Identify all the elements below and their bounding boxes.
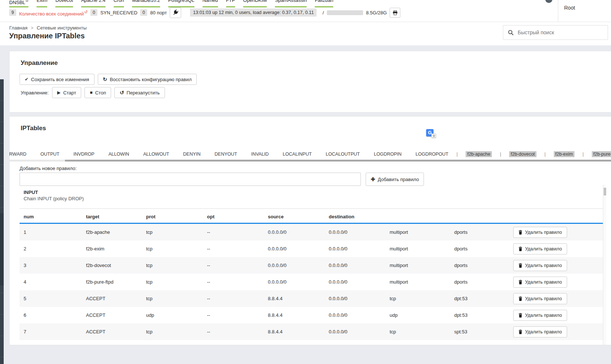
port80-label: 80 порт — [150, 10, 167, 15]
table-cell: -- — [207, 329, 268, 334]
chain-tabs: RWARDOUTPUTINVDROPALLOWINALLOWOUTDENYIND… — [9, 150, 611, 159]
tab-logdropout[interactable]: LOGDROPOUT — [415, 152, 448, 157]
table-cell: 0.0.0.0/0 — [329, 329, 390, 334]
table-cell: udp — [390, 312, 454, 318]
tab-f2b-exim[interactable]: f2b-exim — [554, 151, 574, 157]
breadcrumb-network-tools[interactable]: Сетевые инструменты — [37, 25, 87, 31]
tab-allowin[interactable]: ALLOWIN — [108, 152, 129, 157]
quick-search[interactable] — [503, 25, 608, 40]
delete-rule-button[interactable]: Удалить правило — [513, 260, 567, 271]
table-row: 2f2b-eximtcp--0.0.0.0/00.0.0.0/0multipor… — [20, 240, 603, 257]
tabs-scrollbar-thumb[interactable] — [65, 160, 611, 162]
user-avatar-icon[interactable] — [545, 0, 552, 3]
page-header: Главная > Сетевые инструменты Управление… — [0, 22, 611, 45]
service-link[interactable]: SpamAssassin — [275, 0, 307, 7]
start-button[interactable]: ▶Старт — [52, 87, 82, 98]
service-link[interactable]: Named — [203, 0, 218, 7]
sidebar-collapsed[interactable] — [0, 79, 4, 364]
iptables-card: IPTables RWARDOUTPUTINVDROPALLOWINALLOWO… — [9, 116, 611, 345]
new-rule-input[interactable] — [20, 173, 361, 186]
service-link[interactable]: Fail2ban — [315, 0, 333, 7]
trash-icon — [518, 330, 522, 334]
delete-rule-button[interactable]: Удалить правило — [513, 293, 567, 304]
tabs-scrollbar[interactable] — [10, 160, 611, 162]
table-cell: 0.0.0.0/0 — [329, 296, 390, 301]
table-cell: spt:53 — [454, 329, 513, 334]
add-rule-button[interactable]: ✚Добавить правило — [366, 173, 424, 186]
table-cell: 0.0.0.0/0 — [268, 246, 329, 252]
status-row: 9 Количество всех соединений 0 SYN_RECEI… — [9, 7, 400, 18]
service-link[interactable]: FTP — [226, 0, 235, 7]
table-cell: 8.8.4.4 — [268, 329, 329, 334]
table-cell: -- — [207, 279, 268, 285]
table-cell: tcp — [390, 329, 454, 334]
disk-usage-text: 8.5G/28G — [366, 10, 387, 15]
refresh-icon: ↻ — [103, 77, 107, 82]
control-label: Управление: — [21, 90, 49, 96]
delete-rule-button[interactable]: Удалить правило — [513, 326, 567, 337]
breadcrumb: Главная > Сетевые инструменты — [9, 25, 87, 31]
tab-logdropin[interactable]: LOGDROPIN — [374, 152, 401, 157]
service-link[interactable]: Dovecot — [55, 0, 73, 7]
disk-usage-bar — [327, 10, 363, 15]
stop-button[interactable]: ■Стоп — [84, 87, 111, 98]
service-link[interactable]: Apache 2.4 — [81, 0, 106, 7]
delete-rule-button[interactable]: Удалить правило — [513, 277, 567, 288]
table-row: 1f2b-apachetcp--0.0.0.0/00.0.0.0/0multip… — [20, 224, 603, 240]
restore-config-button[interactable]: ↻Восстановить конфигурацию правил — [98, 74, 197, 85]
tab-invalid[interactable]: INVALID — [251, 152, 269, 157]
tab-localoutput[interactable]: LOCALOUTPUT — [326, 152, 360, 157]
stop-icon: ■ — [90, 90, 92, 95]
translate-icon[interactable]: G — [426, 129, 436, 138]
table-cell: tcp — [146, 229, 207, 235]
table-cell: dports — [454, 229, 513, 235]
delete-rule-button[interactable]: Удалить правило — [513, 310, 567, 321]
tab-output[interactable]: OUTPUT — [41, 152, 59, 157]
service-link[interactable]: Exim — [37, 0, 47, 7]
connections-link[interactable]: Количество всех соединений — [19, 9, 88, 17]
restart-icon: ↺ — [120, 90, 124, 95]
restart-button[interactable]: ↺Перезапустить — [114, 87, 165, 98]
sidebar-active-item[interactable] — [0, 213, 4, 285]
service-link[interactable]: DNSBL — [9, 0, 28, 7]
table-cell: 7 — [24, 329, 86, 334]
tab-localinput[interactable]: LOCALINPUT — [283, 152, 312, 157]
tab-allowout[interactable]: ALLOWOUT — [143, 152, 169, 157]
current-user-label[interactable]: Root — [564, 5, 575, 11]
table-scrollbar-thumb[interactable] — [604, 188, 606, 195]
topbar: DNSBL Exim Dovecot Apache 2.4 Cron Maria… — [0, 0, 611, 22]
service-link[interactable]: PostgreSQL — [168, 0, 194, 7]
service-link[interactable]: MariaDB10.2 — [132, 0, 160, 7]
table-row: 3f2b-dovecottcp--0.0.0.0/00.0.0.0/0multi… — [20, 257, 603, 274]
table-cell: dports — [454, 263, 513, 268]
tab-f2b-apache[interactable]: f2b-apache — [466, 151, 492, 157]
tab-f2b-dovecot[interactable]: f2b-dovecot — [509, 151, 536, 157]
tab-f2b-pure-ftpd[interactable]: f2b-pure-ftpd — [592, 151, 611, 157]
column-header-destination: destination — [329, 214, 390, 219]
table-cell: multiport — [390, 263, 454, 268]
search-input[interactable] — [518, 30, 603, 35]
table-cell: 8.8.4.4 — [268, 312, 329, 318]
table-cell: tcp — [146, 263, 207, 268]
syn-count-badge: 0 — [90, 9, 97, 16]
breadcrumb-home[interactable]: Главная — [9, 25, 27, 31]
delete-rule-button[interactable]: Удалить правило — [513, 227, 567, 238]
plus-icon: ✚ — [371, 177, 375, 182]
table-cell: -- — [207, 263, 268, 268]
service-link[interactable]: Cron — [114, 0, 124, 7]
print-button[interactable] — [390, 8, 400, 18]
save-all-button[interactable]: ✔Сохранить все изменения — [20, 74, 94, 85]
uptime-text: 13:01:03 up 12 min, 0 users, load averag… — [190, 8, 317, 17]
tab-invdrop[interactable]: INVDROP — [73, 152, 94, 157]
table-cell: 3 — [24, 263, 86, 268]
table-scrollbar[interactable] — [603, 185, 606, 345]
delete-rule-button[interactable]: Удалить правило — [513, 243, 567, 254]
connections-plug-button[interactable] — [170, 7, 181, 18]
tab-denyout[interactable]: DENYOUT — [215, 152, 237, 157]
trash-icon — [518, 230, 522, 235]
tab-rward[interactable]: RWARD — [9, 152, 27, 157]
table-cell: tcp — [146, 279, 207, 285]
table-row: 7ACCEPTtcp--8.8.4.40.0.0.0/0tcpspt:53Уда… — [20, 323, 603, 340]
tab-denyin[interactable]: DENYIN — [183, 152, 200, 157]
service-link[interactable]: OpenDKIM — [243, 0, 267, 7]
